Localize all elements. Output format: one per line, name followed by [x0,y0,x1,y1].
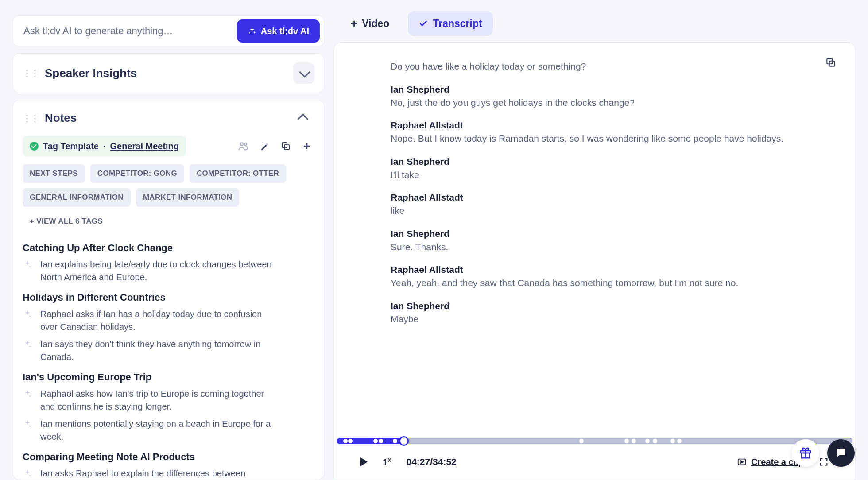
people-icon[interactable] [236,139,251,154]
magic-wand-icon[interactable] [257,139,272,154]
timeline-marker[interactable] [624,439,629,443]
chip-next-steps[interactable]: NEXT STEPS [23,164,85,183]
sparkle-icon [23,340,32,349]
tag-template-link[interactable]: General Meeting [110,141,179,151]
transcript-text: Sure. Thanks. [391,240,829,254]
chip-market-information[interactable]: MARKET INFORMATION [136,188,240,207]
plus-icon: + [351,18,357,29]
chat-button[interactable] [827,439,855,467]
play-button[interactable] [360,457,368,466]
chip-competitor-gong[interactable]: COMPETITOR: GONG [90,164,184,183]
copy-icon[interactable] [278,139,293,154]
transcript-line[interactable]: Ian ShepherdNo, just the do you guys get… [391,84,829,110]
ask-bar: Ask tl;dv AI [12,15,325,46]
ask-button-label: Ask tl;dv AI [261,26,309,36]
note-section-title: Catching Up After Clock Change [23,242,314,254]
note-text: Ian mentions potentially staying on a be… [40,418,279,443]
transcript-text: Maybe [391,312,829,326]
timeline-marker[interactable] [632,439,636,443]
playback-speed[interactable]: 1x [383,456,391,468]
transcript-line[interactable]: Raphael Allstadtlike [391,192,829,218]
speaker-insights-header[interactable]: ⋮⋮ Speaker Insights [13,54,324,93]
transcript-speaker: Ian Shepherd [391,228,829,239]
timeline-marker[interactable] [653,439,657,443]
timeline-marker[interactable] [579,439,584,443]
timeline-marker[interactable] [677,439,682,443]
note-item[interactable]: Ian explains being late/early due to clo… [23,258,314,284]
tab-video[interactable]: + Video [340,11,400,36]
gift-button[interactable] [792,439,819,467]
copy-transcript-button[interactable] [825,57,837,68]
timeline-marker[interactable] [645,439,650,443]
svg-marker-9 [741,461,744,463]
speaker-insights-panel: ⋮⋮ Speaker Insights [12,53,325,93]
note-section-title: Comparing Meeting Note AI Products [23,451,314,463]
add-icon[interactable] [299,139,314,154]
tab-transcript[interactable]: Transcript [408,11,492,36]
playback-time: 04:27/34:52 [406,457,456,467]
transcript-text: Do you have like a holiday today or some… [391,59,829,74]
chevron-down-icon [299,66,310,77]
sparkle-icon [248,27,256,35]
tabs: + Video Transcript [333,11,856,36]
note-item[interactable]: Raphael asks if Ian has a holiday today … [23,308,314,333]
transcript-line[interactable]: Do you have like a holiday today or some… [391,59,829,74]
note-item[interactable]: Ian asks Raphael to explain the differen… [23,467,314,480]
timeline-handle[interactable] [399,436,409,446]
tag-template-pill[interactable]: Tag Template · General Meeting [23,136,186,156]
transcript-text: No, just the do you guys get holidays in… [391,96,829,110]
ask-input[interactable] [23,25,232,37]
timeline-marker[interactable] [348,439,353,443]
note-item[interactable]: Ian says they don't think they have anyt… [23,338,314,364]
note-text: Ian asks Raphael to explain the differen… [40,467,279,480]
timeline-marker[interactable] [343,439,348,443]
transcript-speaker: Raphael Allstadt [391,120,829,131]
drag-handle-icon[interactable]: ⋮⋮ [23,113,39,124]
check-icon [418,19,428,28]
sparkle-icon [23,389,32,399]
transcript-speaker: Ian Shepherd [391,156,829,167]
transcript-speaker: Raphael Allstadt [391,192,829,203]
sparkle-icon [23,260,32,270]
timeline[interactable] [337,438,852,444]
transcript-line[interactable]: Ian ShepherdMaybe [391,301,829,326]
note-text: Raphael asks if Ian has a holiday today … [40,308,279,333]
svg-point-1 [244,143,247,145]
transcript-speaker: Ian Shepherd [391,84,829,95]
ask-button[interactable]: Ask tl;dv AI [237,19,320,43]
collapse-button[interactable] [293,108,314,129]
transcript-text: Yeah, yeah, and they saw that Canada has… [391,276,829,290]
transcript-line[interactable]: Ian ShepherdSure. Thanks. [391,228,829,254]
speaker-insights-title: Speaker Insights [45,66,137,80]
note-section-title: Ian's Upcoming Europe Trip [23,372,314,383]
notes-panel: ⋮⋮ Notes Tag Template · General Meeting [12,100,325,480]
note-item[interactable]: Ian mentions potentially staying on a be… [23,418,314,443]
tab-transcript-label: Transcript [433,18,482,30]
note-text: Raphael asks how Ian's trip to Europe is… [40,387,279,413]
chevron-up-icon [297,113,308,124]
timeline-marker[interactable] [379,439,383,443]
timeline-marker[interactable] [393,439,397,443]
check-icon [30,142,39,151]
transcript-text: like [391,204,829,218]
sparkle-icon [23,310,32,319]
transcript-line[interactable]: Ian ShepherdI'll take [391,156,829,182]
transcript-line[interactable]: Raphael AllstadtYeah, yeah, and they saw… [391,264,829,290]
transcript-line[interactable]: Raphael AllstadtNope. But I know today i… [391,120,829,146]
timeline-marker[interactable] [373,439,378,443]
notes-body: Tag Template · General Meeting [13,136,324,480]
expand-button[interactable] [293,62,314,84]
note-text: Ian says they don't think they have anyt… [40,338,279,364]
note-item[interactable]: Raphael asks how Ian's trip to Europe is… [23,387,314,413]
player-controls: 1x 04:27/34:52 Create a clip [334,444,855,480]
chip-view-all[interactable]: + VIEW ALL 6 TAGS [23,212,110,231]
chip-competitor-otter[interactable]: COMPETITOR: OTTER [190,164,286,183]
notes-header[interactable]: ⋮⋮ Notes [13,100,324,136]
chip-general-information[interactable]: GENERAL INFORMATION [23,188,131,207]
tag-chips: NEXT STEPS COMPETITOR: GONG COMPETITOR: … [23,164,314,231]
tag-template-label: Tag Template [43,141,99,151]
sparkle-icon [23,419,32,429]
timeline-marker[interactable] [670,439,675,443]
drag-handle-icon[interactable]: ⋮⋮ [23,68,39,78]
transcript-speaker: Ian Shepherd [391,301,829,311]
